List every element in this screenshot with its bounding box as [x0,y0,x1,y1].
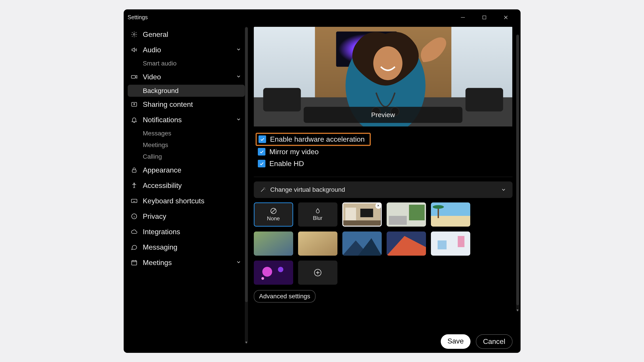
settings-window: Settings General Audio Smart audio [124,9,520,353]
bg-tile-beach[interactable] [431,202,470,227]
save-button[interactable]: Save [441,334,470,349]
checkbox-icon [258,148,266,156]
scroll-down-icon: ▼ [245,341,248,344]
scrollbar-thumb[interactable] [245,27,248,302]
bell-icon [130,116,138,124]
sidebar-item-integrations[interactable]: Integrations [128,224,245,240]
bg-thumb-image [254,232,293,256]
close-button[interactable] [495,11,516,24]
svg-rect-26 [345,208,356,220]
bg-tile-blur[interactable]: Blur [298,202,338,227]
svg-point-35 [433,205,444,209]
close-icon [503,15,508,20]
checkbox-icon [258,160,266,167]
sidebar-item-label: Keyboard shortcuts [143,197,204,205]
svg-rect-37 [298,232,338,256]
bg-tile-label: Blur [313,215,322,221]
chat-icon [130,243,138,251]
svg-point-20 [373,46,402,80]
advanced-settings-button[interactable]: Advanced settings [254,290,316,303]
video-options: Enable hardware acceleration Mirror my v… [258,133,512,170]
svg-point-48 [278,267,283,272]
none-icon [270,207,277,215]
checkbox-label: Mirror my video [270,148,319,156]
sidebar-item-label: Sharing content [143,100,193,109]
sidebar-item-background[interactable]: Background [128,85,245,97]
gear-icon [130,31,138,38]
maximize-button[interactable] [474,11,495,24]
bg-tile-space[interactable] [254,261,293,285]
minimize-button[interactable] [452,11,474,24]
main-scrollbar[interactable]: ▲ ▼ [516,34,519,312]
chevron-down-icon [236,74,242,80]
sidebar-item-messaging[interactable]: Messaging [128,240,245,255]
main-content: Preview Enable hardware acceleration Mir… [249,25,520,353]
sidebar-item-audio[interactable]: Audio [128,42,245,58]
bg-thumb-image [298,232,338,256]
bg-thumb-image [342,232,382,256]
svg-rect-28 [343,220,381,226]
svg-point-49 [262,277,264,280]
chevron-down-icon [236,259,242,266]
svg-rect-32 [431,202,470,216]
sidebar-item-sharing-content[interactable]: Sharing content [128,97,245,112]
svg-rect-18 [465,88,503,111]
svg-rect-1 [482,16,486,19]
bg-tile-abstract-red[interactable] [386,232,426,256]
sidebar-item-messages[interactable]: Messages [128,128,245,139]
bg-tile-none[interactable]: None [254,202,293,227]
preview-button[interactable]: Preview [304,107,462,123]
chevron-down-icon [236,117,242,123]
cloud-icon [130,228,138,236]
sidebar-item-label: General [143,30,168,39]
checkbox-icon [258,135,266,143]
sidebar: General Audio Smart audio Video Backgrou… [124,25,249,353]
sidebar-item-label: Audio [143,46,161,54]
sidebar-item-appearance[interactable]: Appearance [128,162,245,178]
sidebar-item-video[interactable]: Video [128,69,245,85]
sidebar-item-general[interactable]: General [128,27,245,42]
bg-tile-blur-warm[interactable] [298,232,338,256]
checkbox-hardware-acceleration[interactable]: Enable hardware acceleration [256,133,371,146]
bg-thumb-image [343,203,381,226]
sidebar-item-meetings[interactable]: Meetings [128,139,245,151]
bg-thumb-image [386,202,426,227]
camera-icon [130,73,138,81]
sidebar-item-label: Messaging [143,243,178,251]
checkbox-enable-hd[interactable]: Enable HD [258,158,512,170]
svg-point-47 [262,267,272,277]
svg-rect-36 [254,232,293,256]
bg-tile-office[interactable]: × [342,202,382,227]
bg-tile-add[interactable] [298,261,338,285]
sidebar-item-calling[interactable]: Calling [128,151,245,162]
bg-tile-aesthetic[interactable] [431,232,470,256]
sidebar-item-meetings-2[interactable]: Meetings [128,255,245,270]
scrollbar-thumb[interactable] [516,35,519,305]
sidebar-scrollbar[interactable]: ▲ ▼ [245,27,248,344]
bg-tile-living-room[interactable] [386,202,426,227]
sidebar-item-accessibility[interactable]: Accessibility [128,178,245,193]
bg-tile-blur-field[interactable] [254,232,293,256]
checkbox-mirror-video[interactable]: Mirror my video [258,146,512,158]
svg-rect-27 [360,209,373,217]
keyboard-icon [130,197,138,205]
sidebar-item-notifications[interactable]: Notifications [128,112,245,128]
accordion-label: Change virtual background [270,186,345,193]
wand-icon [260,187,266,193]
maximize-icon [482,15,487,20]
checkbox-label: Enable HD [270,160,304,168]
sidebar-item-privacy[interactable]: Privacy [128,209,245,224]
svg-point-4 [133,33,135,35]
bg-tile-mountains[interactable] [342,232,382,256]
bg-thumb-image [431,202,470,227]
change-virtual-background-accordion[interactable]: Change virtual background [254,181,512,198]
scroll-down-icon: ▼ [516,308,519,312]
sidebar-item-smart-audio[interactable]: Smart audio [128,58,245,69]
sidebar-item-keyboard-shortcuts[interactable]: Keyboard shortcuts [128,193,245,209]
cancel-button[interactable]: Cancel [476,334,512,349]
minimize-icon [460,15,466,20]
sidebar-item-label: Appearance [143,166,182,174]
chevron-down-icon [501,187,506,192]
remove-bg-icon[interactable]: × [376,203,381,209]
bg-thumb-image [254,261,293,285]
